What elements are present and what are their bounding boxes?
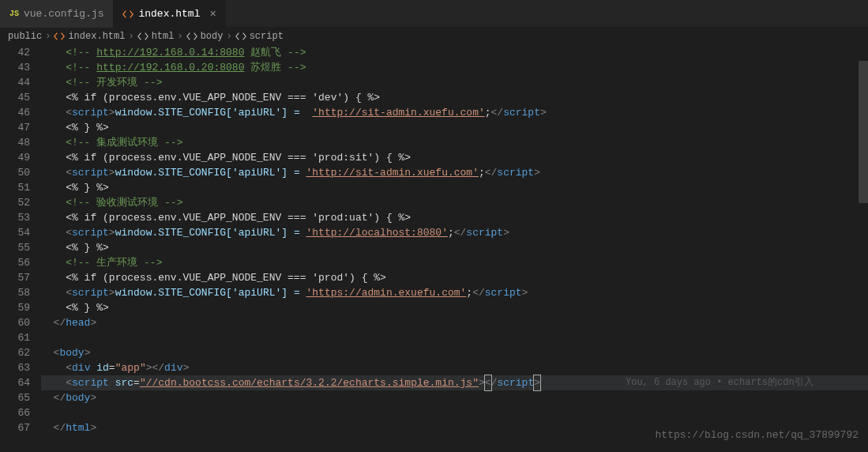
watermark: https://blog.csdn.net/qq_37899792 [656,429,859,441]
editor[interactable]: 4243444546474849505152535455565758596061… [0,45,868,452]
html-icon [54,31,65,42]
chevron-right-icon: › [45,31,51,42]
tab-vue-config[interactable]: JS vue.config.js [0,0,113,28]
symbol-icon [235,31,246,42]
chevron-right-icon: › [177,31,182,42]
scrollbar[interactable] [859,61,868,203]
breadcrumb-item[interactable]: html [152,31,175,42]
tab-bar: JS vue.config.js index.html × [0,0,868,28]
code-area[interactable]: <!-- http://192.168.0.14:8080 赵航飞 --> <!… [41,45,868,452]
breadcrumb-item[interactable]: body [201,31,224,42]
html-icon [122,8,133,20]
breadcrumb-item[interactable]: index.html [68,31,125,42]
breadcrumb-item[interactable]: public [8,31,42,42]
tab-label: vue.config.js [24,8,103,20]
close-icon[interactable]: × [209,8,216,21]
js-icon: JS [9,9,19,18]
line-numbers: 4243444546474849505152535455565758596061… [0,45,41,452]
symbol-icon [137,31,148,42]
breadcrumb-item[interactable]: script [250,31,284,42]
tab-label: index.html [138,8,200,20]
chevron-right-icon: › [226,31,231,42]
tab-index-html[interactable]: index.html × [113,0,225,28]
symbol-icon [186,31,197,42]
git-blame: You, 6 days ago • echarts的cdn引入 [626,375,814,390]
breadcrumb: public › index.html › html › body › scri… [0,28,868,45]
chevron-right-icon: › [128,31,133,42]
